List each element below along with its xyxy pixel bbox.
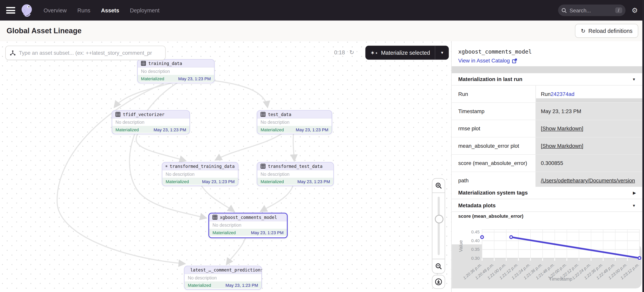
asset-node-name: training_data xyxy=(148,61,182,66)
asset-node-header: training_data xyxy=(138,60,214,68)
metadata-value: Run 242374ad xyxy=(536,86,642,103)
materialize-selected-button[interactable]: ✶⋆ Materialize selected ▼ xyxy=(365,46,449,60)
edge-training_data-to-test_data xyxy=(210,80,268,107)
materialized-timestamp: May 23, 1:23 PM xyxy=(298,179,330,184)
asset-node-status-bar: Materialized May 23, 1:23 PM xyxy=(257,126,332,133)
materialized-status: Materialized xyxy=(260,179,284,184)
edge-transformed_test_data-to-xgboost_comments_model xyxy=(260,186,293,211)
edge-test_data-to-transformed_training_data xyxy=(215,133,282,160)
page-title: Global Asset Lineage xyxy=(6,27,82,35)
materialized-status: Materialized xyxy=(188,282,211,287)
asset-node-transformed_test_data[interactable]: transformed_test_data No description Mat… xyxy=(257,162,334,186)
metadata-row-timestamp: TimestampMay 23, 1:23 PM xyxy=(452,103,642,120)
show-markdown-link[interactable]: [Show Markdown] xyxy=(541,143,583,149)
zoom-in-button[interactable] xyxy=(432,178,445,193)
zoom-control xyxy=(432,178,445,274)
asset-node-status-bar: Materialized May 23, 1:23 PM xyxy=(162,178,238,185)
asset-node-description: No description xyxy=(209,221,287,229)
asset-node-header: xgboost_comments_model xyxy=(209,213,287,221)
chevron-down-icon: ▼ xyxy=(632,203,636,207)
asset-subset-input[interactable]: Type an asset subset... (ex: ++latest_st… xyxy=(6,46,166,60)
search-input[interactable]: Search... / xyxy=(558,5,626,16)
metadata-key: rmse plot xyxy=(452,120,536,137)
section-materialization-last-run[interactable]: Materialization in last run ▼ xyxy=(452,73,642,86)
metadata-value: /Users/odetteharary/Documents/version xyxy=(536,172,642,189)
asset-node-transformed_training_data[interactable]: transformed_training_data No description… xyxy=(162,162,238,186)
data-point[interactable] xyxy=(510,236,512,238)
asset-lineage-graph: training_data No description Materialize… xyxy=(0,41,451,292)
asset-node-xgboost_comments_model[interactable]: xgboost_comments_model No description Ma… xyxy=(208,213,288,238)
timer-refresh-icon[interactable]: ↻ xyxy=(349,49,354,56)
nav-item-overview[interactable]: Overview xyxy=(44,7,67,13)
asset-node-test_data[interactable]: test_data No description Materialized Ma… xyxy=(257,110,332,134)
asset-node-training_data[interactable]: training_data No description Materialize… xyxy=(137,59,214,83)
asset-details-panel: xgboost_comments_model View in Asset Cat… xyxy=(451,41,642,292)
zoom-out-icon xyxy=(435,263,442,269)
data-point[interactable] xyxy=(480,236,483,238)
show-markdown-link[interactable]: [Show Markdown] xyxy=(541,126,583,132)
edge-training_data-to-tfidf_vectorizer xyxy=(114,83,172,108)
zoom-in-icon xyxy=(435,182,442,189)
reload-definitions-button[interactable]: ↻ Reload definitions xyxy=(575,24,638,38)
edge-transformed_training_data-to-xgboost_comments_model xyxy=(202,186,234,211)
materialized-timestamp: May 23, 1:23 PM xyxy=(178,76,211,81)
refresh-timer: 0:18 xyxy=(334,49,345,56)
metadata-row-score-mean-absolute-error-: score (mean_absolute_error)0.300855 xyxy=(452,155,642,172)
score-line-chart: 0.450.400.350.301:20:36 p.m.1:20:48 p.m.… xyxy=(452,220,642,292)
asset-node-status-bar: Materialized May 23, 1:23 PM xyxy=(257,178,334,185)
edge-xgboost_comments_model-to-latest_comment_predictions xyxy=(226,238,245,264)
nav-item-runs[interactable]: Runs xyxy=(78,7,90,13)
asset-node-description: No description xyxy=(138,68,214,75)
materialize-dropdown-caret[interactable]: ▼ xyxy=(436,51,449,55)
download-graph-button[interactable] xyxy=(432,275,445,289)
path-link[interactable]: /Users/odetteharary/Documents/version xyxy=(541,177,635,183)
refresh-icon: ↻ xyxy=(581,28,586,34)
asset-node-header: latest_…_comment_predictions xyxy=(184,266,261,274)
zoom-slider-track[interactable] xyxy=(438,197,440,255)
nav-item-assets[interactable]: Assets xyxy=(101,7,119,13)
search-shortcut-badge: / xyxy=(615,7,622,13)
nav-items: OverviewRunsAssetsDeployment xyxy=(44,7,160,13)
asset-node-name: xgboost_comments_model xyxy=(220,215,277,220)
asset-node-header: test_data xyxy=(257,111,332,118)
data-point[interactable] xyxy=(638,257,641,259)
external-link-icon xyxy=(512,58,517,63)
zoom-out-button[interactable] xyxy=(432,259,445,273)
nav-item-deployment[interactable]: Deployment xyxy=(130,7,159,13)
search-placeholder: Search... xyxy=(570,7,615,13)
x-axis-title: Timestamp xyxy=(549,276,572,281)
materialized-timestamp: May 23, 1:23 PM xyxy=(251,230,284,235)
chevron-down-icon: ▼ xyxy=(632,77,636,81)
asset-node-status-bar: Materialized May 23, 1:23 PM xyxy=(184,281,261,288)
asset-node-name: latest_…_comment_predictions xyxy=(190,267,262,272)
section-metadata-plots[interactable]: Metadata plots ▼ xyxy=(452,200,642,212)
metadata-row-rmse-plot: rmse plot[Show Markdown] xyxy=(452,120,642,137)
materialized-status: Materialized xyxy=(166,179,189,184)
zoom-slider-thumb[interactable] xyxy=(435,215,444,223)
panel-scrollbar-strip[interactable] xyxy=(452,66,642,73)
dagster-logo[interactable] xyxy=(20,3,34,18)
asset-node-name: test_data xyxy=(268,112,291,117)
top-nav: OverviewRunsAssetsDeployment Search... /… xyxy=(0,0,644,21)
asset-title: xgboost_comments_model xyxy=(458,48,532,55)
metadata-row-mean-absolute-error-plot: mean_absolute_error plot[Show Markdown] xyxy=(452,137,642,155)
run-id-link[interactable]: 242374ad xyxy=(551,91,574,97)
materialized-status: Materialized xyxy=(141,76,164,81)
hamburger-menu-icon[interactable] xyxy=(6,7,15,14)
window-edge xyxy=(642,0,644,292)
gear-icon[interactable]: ⚙ xyxy=(632,6,638,15)
asset-node-tfidf_vectorizer[interactable]: tfidf_vectorizer No description Material… xyxy=(112,110,190,134)
section-materialization-system-tags[interactable]: Materialization system tags ▶ xyxy=(452,187,642,199)
materialized-status: Materialized xyxy=(212,230,236,235)
asset-node-latest_comment_predictions[interactable]: latest_…_comment_predictions No descript… xyxy=(184,266,262,289)
view-in-asset-catalog-link[interactable]: View in Asset Catalog xyxy=(458,58,517,64)
materialized-timestamp: May 23, 1:23 PM xyxy=(226,282,258,287)
asset-node-description: No description xyxy=(112,119,190,126)
y-tick-label: 0.30 xyxy=(471,256,480,261)
table-icon xyxy=(260,112,266,117)
horizontal-scrollbar[interactable] xyxy=(536,98,642,103)
download-icon xyxy=(435,278,442,285)
materialized-status: Materialized xyxy=(260,127,284,132)
asset-node-description: No description xyxy=(257,119,332,126)
asset-node-status-bar: Materialized May 23, 1:23 PM xyxy=(112,126,190,133)
